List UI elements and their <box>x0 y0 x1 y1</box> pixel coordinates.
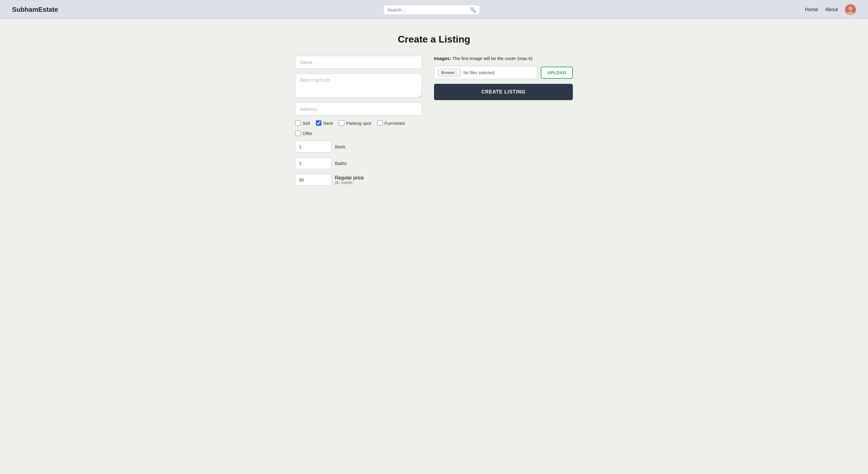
address-input[interactable] <box>295 103 422 115</box>
browse-button[interactable]: Browse... <box>438 69 461 76</box>
offer-checkbox[interactable] <box>295 131 301 136</box>
checkbox-parking[interactable]: Parking spot <box>339 120 371 126</box>
baths-label: Baths <box>335 161 346 166</box>
svg-point-1 <box>848 6 852 10</box>
upload-button[interactable]: UPLOAD <box>541 67 573 79</box>
main-content: Create a Listing Sell Rent Parking spot <box>289 19 579 200</box>
file-input-area: Browse... No files selected. <box>434 66 537 79</box>
search-input[interactable] <box>387 7 467 12</box>
beds-row: Beds <box>295 141 422 153</box>
offer-label: Offer <box>302 131 312 136</box>
create-listing-button[interactable]: CREATE LISTING <box>434 84 573 100</box>
rent-label: Rent <box>323 121 333 126</box>
furnished-checkbox[interactable] <box>377 120 383 126</box>
nav-link-home[interactable]: Home <box>805 7 818 12</box>
navbar-right: Home About <box>805 4 856 15</box>
form-left: Sell Rent Parking spot Furnished <box>295 56 422 186</box>
no-files-text: No files selected. <box>463 70 496 75</box>
price-label-group: Regular price ($ / month) <box>335 175 364 185</box>
parking-checkbox[interactable] <box>339 120 344 126</box>
navbar: SubhamEstate 🔍 Home About <box>0 0 868 19</box>
images-label-bold: Images: <box>434 56 451 61</box>
name-input[interactable] <box>295 56 422 69</box>
beds-input[interactable] <box>295 141 331 153</box>
sell-checkbox[interactable] <box>295 120 301 126</box>
offer-row: Offer <box>295 131 422 136</box>
brand-text-bold: Estate <box>38 6 58 13</box>
baths-input[interactable] <box>295 158 331 169</box>
checkbox-rent[interactable]: Rent <box>316 120 333 126</box>
price-row: Regular price ($ / month) <box>295 174 422 186</box>
rent-checkbox[interactable] <box>316 120 321 126</box>
checkbox-sell[interactable]: Sell <box>295 120 310 126</box>
form-right: Images: The first image will be the cove… <box>434 56 573 100</box>
price-sublabel: ($ / month) <box>335 181 364 185</box>
search-icon: 🔍 <box>470 7 476 13</box>
baths-row: Baths <box>295 158 422 169</box>
regular-price-label: Regular price <box>335 175 364 181</box>
furnished-label: Furnished <box>384 121 405 126</box>
nav-link-about[interactable]: About <box>825 7 838 12</box>
images-description-text: The first image will be the cover (max 6… <box>453 56 533 61</box>
checkbox-offer[interactable]: Offer <box>295 131 312 136</box>
brand-text-normal: Subham <box>12 6 38 13</box>
sell-label: Sell <box>302 121 310 126</box>
images-description: Images: The first image will be the cove… <box>434 56 573 61</box>
checkbox-row-1: Sell Rent Parking spot Furnished <box>295 120 422 126</box>
beds-label: Beds <box>335 144 345 149</box>
avatar[interactable] <box>845 4 856 15</box>
brand-logo[interactable]: SubhamEstate <box>12 6 58 13</box>
regular-price-input[interactable] <box>295 174 331 186</box>
description-input[interactable] <box>295 74 422 98</box>
page-title: Create a Listing <box>295 34 573 45</box>
file-upload-row: Browse... No files selected. UPLOAD <box>434 66 573 79</box>
search-bar[interactable]: 🔍 <box>383 5 480 15</box>
parking-label: Parking spot <box>346 121 371 126</box>
checkbox-furnished[interactable]: Furnished <box>377 120 405 126</box>
form-layout: Sell Rent Parking spot Furnished <box>295 56 573 186</box>
